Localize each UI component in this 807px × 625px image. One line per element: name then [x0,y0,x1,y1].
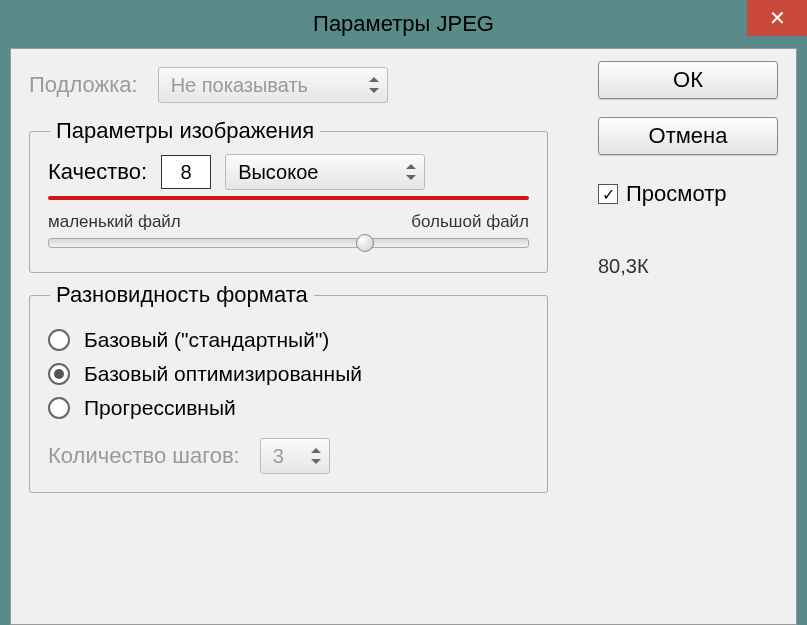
scans-label: Количество шагов: [48,443,240,469]
format-legend: Разновидность формата [50,282,314,308]
image-options-group: Параметры изображения Качество: Высокое … [29,131,548,273]
preview-checkbox[interactable]: ✓ [598,184,618,204]
quality-preset-dropdown[interactable]: Высокое [225,154,425,190]
updown-icon [406,164,416,180]
ok-button[interactable]: ОК [598,61,778,99]
radio-label: Прогрессивный [84,396,236,420]
image-options-legend: Параметры изображения [50,118,320,144]
radio-baseline-standard[interactable] [48,329,70,351]
matte-value: Не показывать [171,74,308,97]
scans-dropdown: 3 [260,438,330,474]
updown-icon [369,77,379,93]
right-column: ОК Отмена ✓ Просмотр 80,3К [598,61,778,278]
format-option-progressive[interactable]: Прогрессивный [48,396,529,420]
quality-slider[interactable] [48,238,529,248]
slider-labels: маленький файл большой файл [48,212,529,232]
close-icon: ✕ [769,6,786,30]
format-option-baseline-optimized[interactable]: Базовый оптимизированный [48,362,529,386]
radio-baseline-optimized[interactable] [48,363,70,385]
preview-row: ✓ Просмотр [598,181,778,207]
quality-label: Качество: [48,159,147,185]
slider-thumb[interactable] [356,234,374,252]
matte-label: Подложка: [29,72,138,98]
radio-progressive[interactable] [48,397,70,419]
format-options-group: Разновидность формата Базовый ("стандарт… [29,295,548,493]
dialog-title: Параметры JPEG [313,11,494,37]
cancel-button[interactable]: Отмена [598,117,778,155]
radio-label: Базовый ("стандартный") [84,328,329,352]
file-size: 80,3К [598,255,778,278]
slider-max-label: большой файл [411,212,529,232]
titlebar: Параметры JPEG ✕ [0,0,807,48]
dialog-body: Подложка: Не показывать ОК Отмена ✓ Прос… [10,48,797,625]
scans-row: Количество шагов: 3 [48,438,529,474]
format-option-baseline-standard[interactable]: Базовый ("стандартный") [48,328,529,352]
quality-preset-value: Высокое [238,161,318,184]
preview-label: Просмотр [626,181,726,207]
radio-label: Базовый оптимизированный [84,362,362,386]
quality-row: Качество: Высокое [48,154,529,190]
quality-input[interactable] [161,155,211,189]
jpeg-options-dialog: Параметры JPEG ✕ Подложка: Не показывать… [0,0,807,625]
matte-dropdown: Не показывать [158,67,388,103]
scans-value: 3 [273,445,284,468]
close-button[interactable]: ✕ [747,0,807,36]
highlight-underline [48,196,529,200]
slider-min-label: маленький файл [48,212,181,232]
updown-icon [311,448,321,464]
